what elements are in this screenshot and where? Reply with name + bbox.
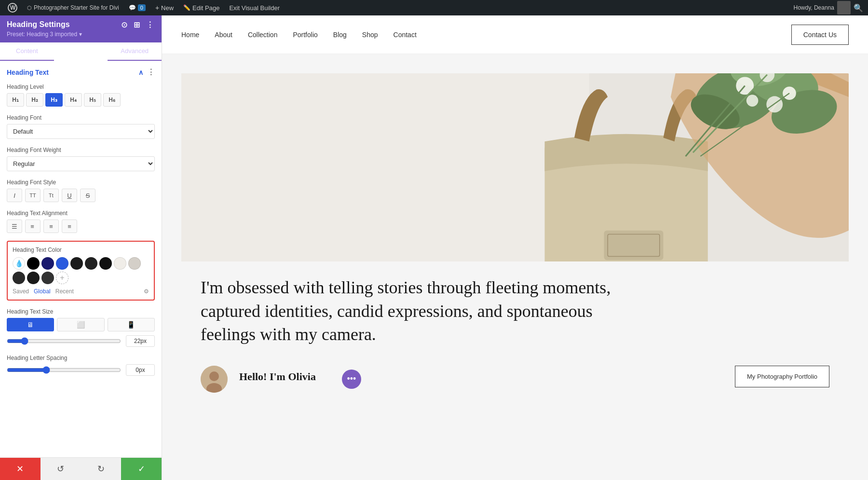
align-left-button[interactable]: ☰ (7, 219, 22, 233)
device-mobile-button[interactable]: 📱 (108, 318, 155, 331)
site-name: Photographer Starter Site for Divi (34, 4, 119, 11)
letter-spacing-slider[interactable] (7, 366, 121, 374)
collapse-icon[interactable]: ∧ (138, 69, 143, 76)
h4-button[interactable]: H₄ (65, 93, 82, 107)
color-tab-recent[interactable]: Recent (55, 288, 74, 295)
h5-button[interactable]: H₅ (84, 93, 101, 107)
heading-font-weight-label: Heading Font Weight (7, 147, 155, 153)
color-swatch-darkgray4[interactable] (41, 272, 54, 284)
h3-button[interactable]: H₃ (45, 93, 63, 107)
user-avatar[interactable] (837, 1, 851, 14)
panel-more-icon[interactable]: ⋮ (146, 20, 155, 29)
panel-header: Heading Settings ⊙ ⊞ ⋮ Preset: Heading 3… (0, 15, 162, 42)
eyedropper-tool[interactable]: 💧 (13, 257, 25, 270)
heading-level-group: Heading Level H₁ H₂ H₃ H₄ H₅ H₆ (7, 83, 155, 107)
comments-link[interactable]: 💬 0 (126, 4, 149, 11)
panel-content: Heading Text ∧ ⋮ Heading Level H₁ H₂ H₃ … (0, 61, 162, 457)
color-swatch-darkgray1[interactable] (70, 257, 83, 270)
nav-portfolio[interactable]: Portfolio (293, 31, 317, 39)
color-swatch-darkgray3[interactable] (99, 257, 112, 270)
heading-font-select[interactable]: Default (7, 124, 155, 139)
tab-design[interactable]: Design (54, 42, 108, 61)
h2-button[interactable]: H₂ (26, 93, 43, 107)
color-swatch-blue[interactable] (56, 257, 68, 270)
color-swatches: 💧 + (13, 257, 149, 284)
floating-menu-button[interactable]: ••• (342, 370, 361, 389)
admin-bar-right: Howdy, Deanna 🔍 (794, 1, 864, 14)
panel-settings-icon[interactable]: ⊙ (121, 20, 130, 29)
panel-title-text: Heading Settings (7, 20, 70, 29)
device-tablet-button[interactable]: ⬜ (57, 318, 104, 331)
align-justify-button[interactable]: ≡ (62, 219, 77, 233)
color-swatch-warmgray[interactable] (128, 257, 141, 270)
h1-button[interactable]: H₁ (7, 93, 24, 107)
letter-spacing-slider-row (7, 364, 155, 376)
heading-text-label: Heading Text (7, 69, 49, 76)
hero-image (181, 73, 849, 261)
heading-text-size-label: Heading Text Size (7, 308, 155, 315)
device-desktop-button[interactable]: 🖥 (7, 318, 54, 331)
wp-logo-button[interactable]: W (5, 3, 20, 13)
site-navigation: Home About Collection Portfolio Blog Sho… (162, 15, 868, 54)
search-icon[interactable]: 🔍 (854, 3, 863, 13)
save-button[interactable]: ✓ (121, 458, 162, 480)
tab-content[interactable]: Content (0, 42, 54, 61)
add-new-button[interactable]: + New (152, 4, 176, 12)
h6-button[interactable]: H₆ (103, 93, 121, 107)
author-section: Hello! I'm Olivia ••• My Photography Por… (162, 361, 868, 402)
color-swatch-nearblack[interactable] (13, 272, 25, 284)
contact-us-button[interactable]: Contact Us (791, 25, 849, 45)
nav-collection[interactable]: Collection (248, 31, 277, 39)
nav-blog[interactable]: Blog (333, 31, 347, 39)
align-center-button[interactable]: ≡ (25, 219, 41, 233)
text-size-input[interactable] (126, 335, 155, 347)
nav-shop[interactable]: Shop (362, 31, 378, 39)
panel-layout-icon[interactable]: ⊞ (134, 20, 142, 29)
strikethrough-button[interactable]: S (80, 189, 95, 202)
panel-preset[interactable]: Preset: Heading 3 imported ▾ (7, 31, 155, 38)
letter-spacing-input[interactable] (126, 364, 155, 376)
color-tab-global[interactable]: Global (34, 288, 51, 295)
nav-about[interactable]: About (215, 31, 232, 39)
chevron-down-icon: ▾ (79, 31, 82, 38)
panel-tabs: Content Design Advanced (0, 42, 162, 61)
heading-font-weight-select[interactable]: Regular (7, 156, 155, 171)
heading-level-row: H₁ H₂ H₃ H₄ H₅ H₆ (7, 93, 155, 107)
cancel-button[interactable]: ✕ (0, 458, 41, 480)
heading-font-label: Heading Font (7, 114, 155, 121)
color-swatch-black2[interactable] (27, 272, 40, 284)
color-swatch-darkblue[interactable] (41, 257, 54, 270)
capitalize-button[interactable]: Tt (43, 189, 59, 202)
italic-button[interactable]: I (7, 189, 22, 202)
settings-panel: Heading Settings ⊙ ⊞ ⋮ Preset: Heading 3… (0, 15, 162, 480)
exit-builder-button[interactable]: Exit Visual Builder (226, 4, 283, 12)
add-color-button[interactable]: + (56, 272, 68, 284)
color-swatch-lightbeige[interactable] (114, 257, 126, 270)
underline-button[interactable]: U (62, 189, 77, 202)
portfolio-btn-container: My Photography Portfolio (735, 366, 829, 387)
svg-point-15 (746, 95, 759, 107)
svg-rect-3 (181, 73, 589, 261)
color-settings-icon[interactable]: ⚙ (144, 288, 149, 295)
color-tab-saved[interactable]: Saved (13, 288, 29, 295)
quote-text: I'm obsessed with telling stories throug… (201, 276, 615, 346)
redo-button[interactable]: ↻ (81, 458, 122, 480)
tab-advanced[interactable]: Advanced (108, 42, 162, 61)
panel-title-icons: ⊙ ⊞ ⋮ (121, 20, 155, 29)
color-swatch-black[interactable] (27, 257, 40, 270)
comment-count: 0 (138, 4, 146, 11)
align-right-button[interactable]: ≡ (43, 219, 59, 233)
page-content: Home About Collection Portfolio Blog Sho… (162, 15, 868, 480)
site-name-link[interactable]: ⬡ Photographer Starter Site for Divi (24, 4, 122, 11)
text-size-slider[interactable] (7, 337, 121, 345)
undo-button[interactable]: ↺ (41, 458, 81, 480)
edit-page-button[interactable]: ✏️ Edit Page (180, 4, 222, 12)
color-swatch-darkgray2[interactable] (85, 257, 97, 270)
uppercase-button[interactable]: TT (25, 189, 41, 202)
user-greeting: Howdy, Deanna (794, 4, 835, 11)
portfolio-button[interactable]: My Photography Portfolio (735, 366, 829, 387)
nav-home[interactable]: Home (181, 31, 199, 39)
svg-point-21 (209, 371, 219, 381)
nav-contact[interactable]: Contact (393, 31, 417, 39)
section-more-icon[interactable]: ⋮ (147, 68, 155, 77)
